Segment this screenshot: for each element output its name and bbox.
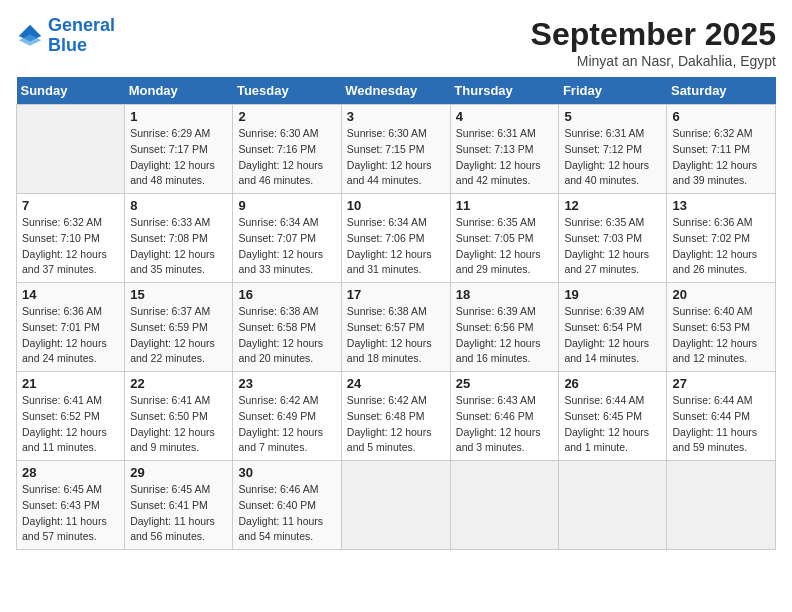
day-info: Sunrise: 6:34 AMSunset: 7:07 PMDaylight:… [238, 215, 335, 278]
location-subtitle: Minyat an Nasr, Dakahlia, Egypt [531, 53, 776, 69]
day-number: 15 [130, 287, 227, 302]
calendar-day-cell: 4Sunrise: 6:31 AMSunset: 7:13 PMDaylight… [450, 105, 559, 194]
logo-text: General Blue [48, 16, 115, 56]
day-info: Sunrise: 6:35 AMSunset: 7:03 PMDaylight:… [564, 215, 661, 278]
calendar-day-cell: 10Sunrise: 6:34 AMSunset: 7:06 PMDayligh… [341, 194, 450, 283]
calendar-day-cell: 14Sunrise: 6:36 AMSunset: 7:01 PMDayligh… [17, 283, 125, 372]
day-info: Sunrise: 6:39 AMSunset: 6:56 PMDaylight:… [456, 304, 554, 367]
calendar-day-cell: 3Sunrise: 6:30 AMSunset: 7:15 PMDaylight… [341, 105, 450, 194]
calendar-day-cell: 22Sunrise: 6:41 AMSunset: 6:50 PMDayligh… [125, 372, 233, 461]
day-info: Sunrise: 6:44 AMSunset: 6:44 PMDaylight:… [672, 393, 770, 456]
day-info: Sunrise: 6:36 AMSunset: 7:01 PMDaylight:… [22, 304, 119, 367]
day-number: 27 [672, 376, 770, 391]
calendar-week-row: 1Sunrise: 6:29 AMSunset: 7:17 PMDaylight… [17, 105, 776, 194]
calendar-day-cell: 24Sunrise: 6:42 AMSunset: 6:48 PMDayligh… [341, 372, 450, 461]
day-info: Sunrise: 6:30 AMSunset: 7:16 PMDaylight:… [238, 126, 335, 189]
day-info: Sunrise: 6:42 AMSunset: 6:49 PMDaylight:… [238, 393, 335, 456]
day-info: Sunrise: 6:32 AMSunset: 7:11 PMDaylight:… [672, 126, 770, 189]
day-info: Sunrise: 6:41 AMSunset: 6:52 PMDaylight:… [22, 393, 119, 456]
calendar-day-cell: 7Sunrise: 6:32 AMSunset: 7:10 PMDaylight… [17, 194, 125, 283]
day-number: 4 [456, 109, 554, 124]
day-number: 28 [22, 465, 119, 480]
day-info: Sunrise: 6:38 AMSunset: 6:57 PMDaylight:… [347, 304, 445, 367]
calendar-table: SundayMondayTuesdayWednesdayThursdayFrid… [16, 77, 776, 550]
weekday-header-cell: Friday [559, 77, 667, 105]
calendar-day-cell: 25Sunrise: 6:43 AMSunset: 6:46 PMDayligh… [450, 372, 559, 461]
calendar-day-cell: 5Sunrise: 6:31 AMSunset: 7:12 PMDaylight… [559, 105, 667, 194]
day-info: Sunrise: 6:42 AMSunset: 6:48 PMDaylight:… [347, 393, 445, 456]
calendar-day-cell: 2Sunrise: 6:30 AMSunset: 7:16 PMDaylight… [233, 105, 341, 194]
day-info: Sunrise: 6:36 AMSunset: 7:02 PMDaylight:… [672, 215, 770, 278]
day-number: 1 [130, 109, 227, 124]
calendar-day-cell [559, 461, 667, 550]
logo: General Blue [16, 16, 115, 56]
day-number: 22 [130, 376, 227, 391]
calendar-day-cell: 1Sunrise: 6:29 AMSunset: 7:17 PMDaylight… [125, 105, 233, 194]
calendar-body: 1Sunrise: 6:29 AMSunset: 7:17 PMDaylight… [17, 105, 776, 550]
day-info: Sunrise: 6:37 AMSunset: 6:59 PMDaylight:… [130, 304, 227, 367]
day-info: Sunrise: 6:32 AMSunset: 7:10 PMDaylight:… [22, 215, 119, 278]
calendar-day-cell: 30Sunrise: 6:46 AMSunset: 6:40 PMDayligh… [233, 461, 341, 550]
day-number: 8 [130, 198, 227, 213]
calendar-day-cell: 20Sunrise: 6:40 AMSunset: 6:53 PMDayligh… [667, 283, 776, 372]
day-info: Sunrise: 6:34 AMSunset: 7:06 PMDaylight:… [347, 215, 445, 278]
day-info: Sunrise: 6:43 AMSunset: 6:46 PMDaylight:… [456, 393, 554, 456]
day-number: 30 [238, 465, 335, 480]
page-header: General Blue September 2025 Minyat an Na… [16, 16, 776, 69]
day-number: 6 [672, 109, 770, 124]
day-number: 18 [456, 287, 554, 302]
day-number: 9 [238, 198, 335, 213]
day-number: 13 [672, 198, 770, 213]
day-number: 23 [238, 376, 335, 391]
calendar-day-cell: 11Sunrise: 6:35 AMSunset: 7:05 PMDayligh… [450, 194, 559, 283]
day-number: 7 [22, 198, 119, 213]
day-info: Sunrise: 6:40 AMSunset: 6:53 PMDaylight:… [672, 304, 770, 367]
day-info: Sunrise: 6:39 AMSunset: 6:54 PMDaylight:… [564, 304, 661, 367]
day-number: 5 [564, 109, 661, 124]
month-title: September 2025 [531, 16, 776, 53]
day-info: Sunrise: 6:35 AMSunset: 7:05 PMDaylight:… [456, 215, 554, 278]
logo-icon [16, 22, 44, 50]
calendar-day-cell: 17Sunrise: 6:38 AMSunset: 6:57 PMDayligh… [341, 283, 450, 372]
day-number: 26 [564, 376, 661, 391]
calendar-day-cell [450, 461, 559, 550]
day-info: Sunrise: 6:46 AMSunset: 6:40 PMDaylight:… [238, 482, 335, 545]
calendar-day-cell: 29Sunrise: 6:45 AMSunset: 6:41 PMDayligh… [125, 461, 233, 550]
calendar-week-row: 7Sunrise: 6:32 AMSunset: 7:10 PMDaylight… [17, 194, 776, 283]
day-info: Sunrise: 6:44 AMSunset: 6:45 PMDaylight:… [564, 393, 661, 456]
day-info: Sunrise: 6:29 AMSunset: 7:17 PMDaylight:… [130, 126, 227, 189]
calendar-day-cell: 21Sunrise: 6:41 AMSunset: 6:52 PMDayligh… [17, 372, 125, 461]
logo-line1: General [48, 15, 115, 35]
day-number: 21 [22, 376, 119, 391]
calendar-day-cell: 6Sunrise: 6:32 AMSunset: 7:11 PMDaylight… [667, 105, 776, 194]
day-number: 2 [238, 109, 335, 124]
weekday-header-cell: Tuesday [233, 77, 341, 105]
calendar-week-row: 21Sunrise: 6:41 AMSunset: 6:52 PMDayligh… [17, 372, 776, 461]
day-number: 10 [347, 198, 445, 213]
weekday-header-row: SundayMondayTuesdayWednesdayThursdayFrid… [17, 77, 776, 105]
weekday-header-cell: Saturday [667, 77, 776, 105]
logo-line2: Blue [48, 35, 87, 55]
calendar-day-cell: 13Sunrise: 6:36 AMSunset: 7:02 PMDayligh… [667, 194, 776, 283]
day-info: Sunrise: 6:38 AMSunset: 6:58 PMDaylight:… [238, 304, 335, 367]
calendar-day-cell [17, 105, 125, 194]
calendar-day-cell: 28Sunrise: 6:45 AMSunset: 6:43 PMDayligh… [17, 461, 125, 550]
calendar-day-cell: 15Sunrise: 6:37 AMSunset: 6:59 PMDayligh… [125, 283, 233, 372]
calendar-day-cell: 12Sunrise: 6:35 AMSunset: 7:03 PMDayligh… [559, 194, 667, 283]
day-number: 11 [456, 198, 554, 213]
calendar-day-cell: 26Sunrise: 6:44 AMSunset: 6:45 PMDayligh… [559, 372, 667, 461]
day-number: 29 [130, 465, 227, 480]
day-info: Sunrise: 6:30 AMSunset: 7:15 PMDaylight:… [347, 126, 445, 189]
day-number: 16 [238, 287, 335, 302]
day-number: 20 [672, 287, 770, 302]
calendar-day-cell: 27Sunrise: 6:44 AMSunset: 6:44 PMDayligh… [667, 372, 776, 461]
day-info: Sunrise: 6:45 AMSunset: 6:43 PMDaylight:… [22, 482, 119, 545]
day-info: Sunrise: 6:41 AMSunset: 6:50 PMDaylight:… [130, 393, 227, 456]
weekday-header-cell: Monday [125, 77, 233, 105]
day-number: 14 [22, 287, 119, 302]
day-number: 25 [456, 376, 554, 391]
calendar-day-cell: 9Sunrise: 6:34 AMSunset: 7:07 PMDaylight… [233, 194, 341, 283]
weekday-header-cell: Sunday [17, 77, 125, 105]
day-number: 24 [347, 376, 445, 391]
calendar-day-cell: 18Sunrise: 6:39 AMSunset: 6:56 PMDayligh… [450, 283, 559, 372]
